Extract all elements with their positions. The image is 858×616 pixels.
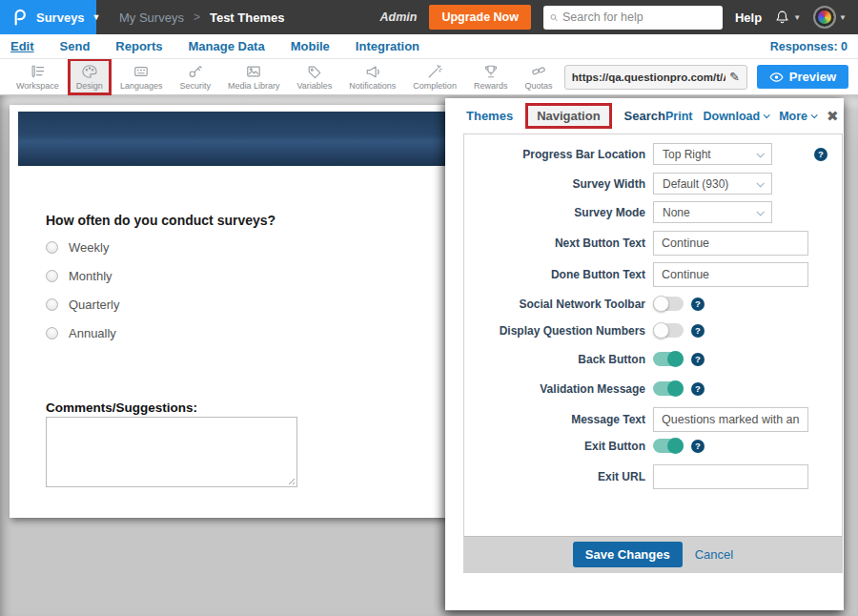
- bell-icon: [774, 10, 790, 26]
- exit-url-input[interactable]: [653, 464, 808, 489]
- toolbar-item-quotas[interactable]: Quotas: [516, 58, 561, 95]
- toolbar-item-languages[interactable]: Languages: [112, 58, 172, 95]
- product-switcher[interactable]: Surveys ▼: [0, 0, 96, 34]
- field-label: Progress Bar Location: [464, 148, 645, 161]
- form-row-social-network-toolbar: Social Network Toolbar ?: [464, 297, 842, 311]
- option-label: Weekly: [69, 240, 109, 255]
- cancel-button[interactable]: Cancel: [695, 547, 733, 562]
- tab-search[interactable]: Search: [624, 109, 665, 123]
- help-icon[interactable]: ?: [691, 298, 705, 311]
- nav-tab-reports[interactable]: Reports: [115, 39, 162, 53]
- chevron-down-icon: ▼: [839, 13, 847, 22]
- toolbar-item-variables[interactable]: Variables: [288, 58, 340, 95]
- radio-button-icon[interactable]: [46, 241, 58, 254]
- preview-button-label: Preview: [789, 70, 836, 84]
- survey-question-text: How often do you conduct surveys?: [46, 213, 276, 228]
- nav-tab-manage-data[interactable]: Manage Data: [188, 39, 264, 53]
- help-link[interactable]: Help: [735, 10, 762, 25]
- help-icon[interactable]: ?: [691, 353, 705, 366]
- help-search-box: [543, 6, 723, 30]
- message-text-input[interactable]: [653, 407, 808, 432]
- save-changes-button[interactable]: Save Changes: [573, 542, 683, 567]
- comments-textarea[interactable]: [46, 417, 297, 487]
- toolbar-item-label: Variables: [296, 81, 332, 91]
- header-right-group: Admin Upgrade Now Help ▼ ▼: [380, 0, 858, 34]
- toolbar-item-label: Quotas: [524, 81, 552, 91]
- toggle-knob: [667, 380, 684, 397]
- chevron-down-icon: ▼: [92, 12, 101, 22]
- design-settings-panel: Themes Navigation Search Print Download …: [445, 98, 844, 610]
- radio-option-quarterly[interactable]: Quarterly: [46, 298, 119, 311]
- toolbar-item-completion[interactable]: Completion: [404, 58, 465, 95]
- avatar: [813, 6, 836, 29]
- breadcrumb-current-survey: Test Themes: [210, 10, 285, 25]
- survey-url-input[interactable]: [572, 72, 725, 83]
- navigation-settings-form: Progress Bar Location Top Right ? Survey…: [463, 133, 843, 573]
- toggle-knob: [653, 322, 669, 339]
- resize-grip-icon[interactable]: [286, 476, 295, 484]
- keyboard-icon: [133, 63, 150, 79]
- toolbar-item-label: Design: [76, 81, 103, 91]
- survey-url-box: ✎: [564, 65, 747, 90]
- toolbar-item-notifications[interactable]: Notifications: [340, 58, 404, 95]
- product-label: Surveys: [36, 10, 85, 25]
- social-network-toolbar-toggle[interactable]: [653, 297, 684, 311]
- field-label: Back Button: [464, 353, 645, 366]
- back-button-toggle[interactable]: [653, 352, 684, 366]
- admin-label[interactable]: Admin: [380, 10, 418, 24]
- survey-width-select[interactable]: Default (930): [653, 173, 772, 195]
- nav-tab-integration[interactable]: Integration: [356, 39, 419, 53]
- notifications-menu[interactable]: ▼: [774, 10, 801, 26]
- help-icon[interactable]: ?: [691, 440, 705, 453]
- toolbar-item-label: Workspace: [16, 81, 59, 91]
- exit-button-toggle[interactable]: [653, 439, 684, 453]
- breadcrumb: My Surveys > Test Themes: [119, 0, 284, 34]
- download-menu[interactable]: Download: [703, 110, 768, 123]
- upgrade-now-button[interactable]: Upgrade Now: [429, 5, 531, 30]
- toolbar-item-media-library[interactable]: Media Library: [219, 58, 289, 95]
- more-menu[interactable]: More: [779, 110, 816, 123]
- radio-option-weekly[interactable]: Weekly: [46, 241, 119, 254]
- next-button-text-input[interactable]: [653, 231, 808, 256]
- top-header: Surveys ▼ My Surveys > Test Themes Admin…: [0, 0, 858, 34]
- radio-button-icon[interactable]: [46, 270, 58, 282]
- toolbar-item-design[interactable]: Design: [68, 58, 112, 95]
- account-menu[interactable]: ▼: [813, 6, 847, 29]
- nav-tab-mobile[interactable]: Mobile: [291, 39, 330, 53]
- radio-option-monthly[interactable]: Monthly: [46, 270, 119, 282]
- questionpro-logo-icon: [10, 8, 29, 27]
- help-icon[interactable]: ?: [691, 382, 705, 396]
- edit-url-pencil-icon[interactable]: ✎: [729, 70, 740, 84]
- nav-tab-send[interactable]: Send: [60, 39, 91, 53]
- display-question-numbers-toggle[interactable]: [653, 323, 684, 338]
- breadcrumb-my-surveys[interactable]: My Surveys: [119, 10, 184, 25]
- tab-themes[interactable]: Themes: [466, 109, 513, 123]
- breadcrumb-separator: >: [194, 10, 200, 24]
- nav-tab-edit[interactable]: Edit: [10, 39, 34, 53]
- radio-button-icon[interactable]: [46, 298, 58, 311]
- radio-option-annually[interactable]: Annually: [46, 327, 119, 339]
- form-row-survey-width: Survey Width Default (930): [464, 173, 842, 195]
- toolbar-item-rewards[interactable]: Rewards: [465, 58, 517, 95]
- help-icon[interactable]: ?: [691, 324, 705, 338]
- toolbar-item-workspace[interactable]: Workspace: [8, 58, 68, 95]
- preview-button[interactable]: Preview: [757, 65, 848, 89]
- field-label: Exit URL: [464, 470, 645, 483]
- close-icon[interactable]: ✖: [827, 109, 839, 123]
- help-icon[interactable]: ?: [814, 148, 827, 161]
- field-label: Next Button Text: [464, 236, 645, 250]
- print-link[interactable]: Print: [665, 110, 692, 123]
- option-label: Monthly: [69, 269, 112, 283]
- palette-icon: [81, 63, 98, 79]
- search-input[interactable]: [562, 10, 716, 24]
- responses-count-link[interactable]: Responses: 0: [770, 40, 858, 53]
- progress-bar-location-select[interactable]: Top Right: [653, 143, 772, 165]
- done-button-text-input[interactable]: [653, 262, 808, 287]
- toolbar-item-security[interactable]: Security: [171, 58, 219, 95]
- survey-mode-select[interactable]: None: [653, 201, 772, 223]
- toolbar-item-label: Languages: [120, 81, 163, 91]
- validation-message-toggle[interactable]: [653, 381, 684, 396]
- key-icon: [187, 63, 204, 79]
- radio-button-icon[interactable]: [46, 327, 58, 339]
- tab-navigation[interactable]: Navigation: [525, 103, 611, 129]
